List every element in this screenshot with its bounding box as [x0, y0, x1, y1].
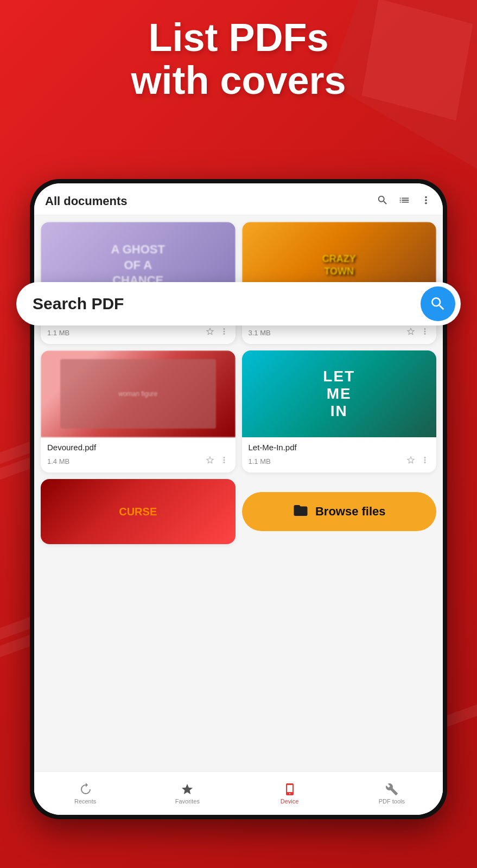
star-nav-icon [181, 783, 194, 796]
doc-card-partial-5[interactable]: CURSE [41, 479, 236, 544]
favorite-icon-2[interactable] [406, 327, 416, 339]
nav-label-favorites: Favorites [175, 798, 200, 805]
doc-actions-1 [205, 327, 229, 339]
more-options-icon[interactable] [420, 194, 432, 208]
doc-meta-2: 3.1 MB [249, 327, 430, 339]
browse-files-label: Browse files [315, 505, 386, 519]
search-bar[interactable]: Search PDF [16, 282, 461, 326]
nav-label-device: Device [281, 798, 299, 805]
favorite-icon-4[interactable] [406, 455, 416, 467]
document-grid: A GHOSTOF ACHANCE A-Ghost-of-a...hance.p… [34, 215, 443, 479]
doc-actions-2 [406, 327, 430, 339]
doc-info-4: Let-Me-In.pdf 1.1 MB [242, 437, 437, 473]
clock-icon [79, 783, 92, 796]
hero-title-area: List PDFs with covers [0, 16, 477, 102]
list-view-icon[interactable] [398, 194, 410, 208]
doc-size-1: 1.1 MB [47, 329, 69, 337]
nav-label-recents: Recents [74, 798, 96, 805]
search-icon [429, 295, 447, 312]
favorite-icon-3[interactable] [205, 455, 215, 467]
phone-screen: All documents [34, 183, 443, 815]
nav-item-pdf-tools[interactable]: PDF tools [341, 783, 443, 805]
search-placeholder: Search PDF [33, 295, 421, 313]
doc-actions-4 [406, 455, 430, 467]
doc-name-3: Devoured.pdf [47, 443, 229, 452]
bottom-nav: Recents Favorites Device [34, 771, 443, 815]
browse-files-button[interactable]: Browse files [242, 492, 437, 531]
more-icon-1[interactable] [219, 327, 229, 339]
more-icon-4[interactable] [420, 455, 430, 467]
doc-meta-3: 1.4 MB [47, 455, 229, 467]
doc-meta-4: 1.1 MB [249, 455, 430, 467]
app-header-title: All documents [45, 194, 377, 208]
doc-actions-3 [205, 455, 229, 467]
doc-size-2: 3.1 MB [249, 329, 271, 337]
header-icons [377, 194, 432, 208]
doc-info-3: Devoured.pdf 1.4 MB [41, 437, 236, 473]
partial-row: CURSE Browse files [34, 479, 443, 551]
doc-size-4: 1.1 MB [249, 457, 271, 465]
doc-cover-5: CURSE [41, 479, 236, 544]
favorite-icon-1[interactable] [205, 327, 215, 339]
more-icon-3[interactable] [219, 455, 229, 467]
doc-meta-1: 1.1 MB [47, 327, 229, 339]
nav-label-pdf-tools: PDF tools [379, 798, 405, 805]
more-icon-2[interactable] [420, 327, 430, 339]
hero-title-line2: with covers [0, 59, 477, 102]
device-icon [283, 783, 296, 796]
nav-item-device[interactable]: Device [239, 783, 341, 805]
phone-frame: All documents [30, 179, 447, 819]
doc-size-3: 1.4 MB [47, 457, 69, 465]
app-header: All documents [34, 183, 443, 215]
folder-icon [292, 502, 309, 521]
nav-item-favorites[interactable]: Favorites [136, 783, 238, 805]
search-button[interactable] [421, 286, 455, 321]
hero-title-line1: List PDFs [0, 16, 477, 59]
nav-item-recents[interactable]: Recents [34, 783, 136, 805]
tools-icon [385, 783, 398, 796]
doc-cover-3: woman figure [41, 350, 236, 437]
doc-cover-4: LETMEIN [242, 350, 437, 437]
search-icon[interactable] [377, 194, 389, 208]
doc-card-3[interactable]: woman figure Devoured.pdf 1.4 MB [41, 350, 236, 473]
doc-name-4: Let-Me-In.pdf [249, 443, 430, 452]
doc-card-4[interactable]: LETMEIN Let-Me-In.pdf 1.1 MB [242, 350, 437, 473]
browse-files-container: Browse files [242, 479, 437, 544]
